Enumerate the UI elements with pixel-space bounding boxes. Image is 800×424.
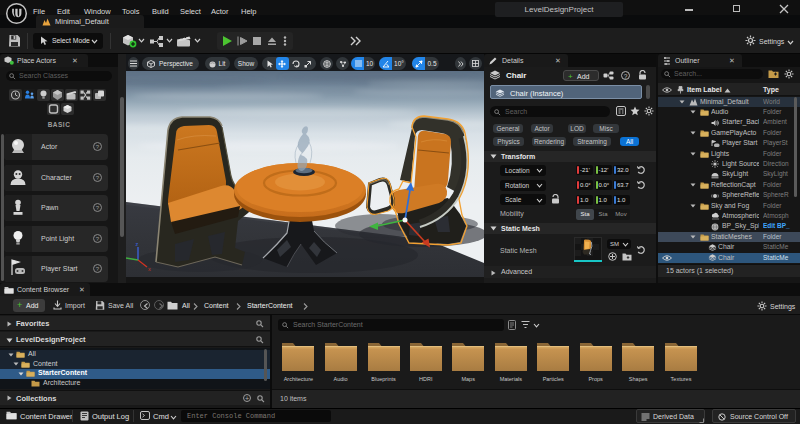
svg-text:x: x — [148, 266, 151, 272]
svg-text:z: z — [136, 241, 139, 247]
